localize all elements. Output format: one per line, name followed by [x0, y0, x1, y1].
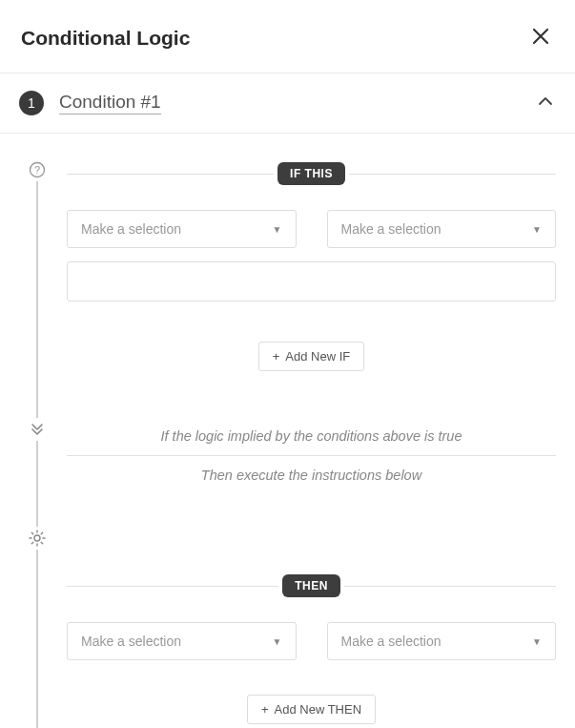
svg-text:?: ? — [34, 164, 40, 176]
divider-line — [344, 586, 556, 587]
plus-icon: + — [261, 702, 269, 717]
gear-icon[interactable] — [26, 527, 49, 550]
caret-down-icon: ▼ — [532, 224, 542, 235]
if-selects-row: Make a selection ▼ Make a selection ▼ — [67, 210, 556, 248]
plus-icon: + — [273, 349, 280, 364]
condition-header-row[interactable]: 1 Condition #1 — [0, 73, 575, 134]
then-label-row: THEN — [67, 574, 556, 597]
then-selects-row: Make a selection ▼ Make a selection ▼ — [67, 622, 556, 660]
select-placeholder: Make a selection — [81, 634, 181, 649]
close-button[interactable] — [527, 23, 554, 53]
if-select-2[interactable]: Make a selection ▼ — [327, 210, 557, 248]
add-then-button[interactable]: + Add New THEN — [247, 695, 376, 724]
help-icon[interactable]: ? — [26, 158, 49, 181]
condition-body: ? IF THIS Make a selection ▼ Make a sele… — [0, 134, 575, 728]
mid-text-2: Then execute the instructions below — [67, 456, 556, 494]
caret-down-icon: ▼ — [273, 224, 282, 235]
caret-down-icon: ▼ — [532, 636, 542, 647]
condition-number-badge: 1 — [19, 91, 44, 115]
then-select-2[interactable]: Make a selection ▼ — [327, 622, 557, 660]
dialog-header: Conditional Logic — [0, 0, 575, 73]
add-then-label: Add New THEN — [275, 702, 362, 717]
divider-line — [349, 174, 556, 175]
if-label-row: IF THIS — [67, 162, 556, 185]
add-if-button[interactable]: + Add New IF — [258, 342, 365, 371]
add-if-wrap: + Add New IF — [67, 342, 556, 371]
condition-title[interactable]: Condition #1 — [59, 92, 161, 114]
flow-arrows-icon — [26, 418, 49, 441]
divider-line — [67, 586, 278, 587]
add-then-wrap: + Add New THEN — [67, 695, 556, 724]
mid-text-1: If the logic implied by the conditions a… — [67, 417, 556, 455]
collapse-toggle[interactable] — [537, 93, 554, 114]
timeline-line — [36, 168, 38, 728]
chevron-up-icon — [537, 93, 554, 110]
caret-down-icon: ▼ — [273, 636, 282, 647]
then-select-1[interactable]: Make a selection ▼ — [67, 622, 297, 660]
if-pill: IF THIS — [277, 162, 345, 185]
dialog-title: Conditional Logic — [21, 27, 190, 50]
divider-line — [67, 174, 274, 175]
if-value-input[interactable] — [67, 261, 556, 302]
select-placeholder: Make a selection — [81, 221, 181, 237]
select-placeholder: Make a selection — [341, 634, 442, 649]
select-placeholder: Make a selection — [341, 221, 442, 237]
add-if-label: Add New IF — [285, 349, 350, 364]
svg-point-2 — [34, 535, 40, 541]
if-select-1[interactable]: Make a selection ▼ — [67, 210, 297, 248]
close-icon — [531, 27, 550, 46]
then-pill: THEN — [282, 574, 340, 597]
then-section: THEN Make a selection ▼ Make a selection… — [67, 574, 556, 724]
